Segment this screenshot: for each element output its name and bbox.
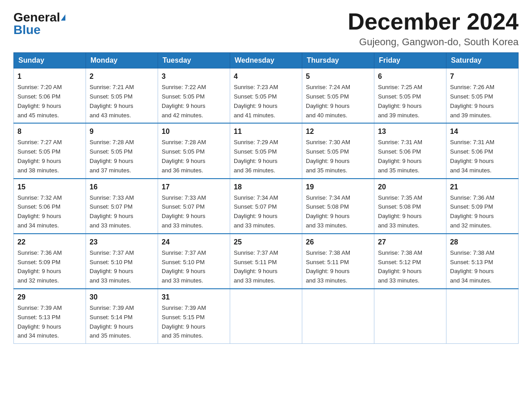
- day-info: Sunrise: 7:35 AMSunset: 5:08 PMDaylight:…: [378, 193, 442, 231]
- calendar-cell: 16Sunrise: 7:33 AMSunset: 5:07 PMDayligh…: [86, 179, 158, 234]
- day-number: 9: [90, 126, 154, 137]
- calendar-cell: 20Sunrise: 7:35 AMSunset: 5:08 PMDayligh…: [374, 179, 446, 234]
- day-number: 22: [17, 237, 82, 248]
- day-number: 16: [90, 182, 154, 193]
- calendar-cell: 13Sunrise: 7:31 AMSunset: 5:06 PMDayligh…: [374, 123, 446, 178]
- day-number: 28: [450, 237, 515, 248]
- day-number: 4: [234, 71, 298, 82]
- calendar-cell: 27Sunrise: 7:38 AMSunset: 5:12 PMDayligh…: [374, 234, 446, 289]
- calendar-cell: 10Sunrise: 7:28 AMSunset: 5:05 PMDayligh…: [158, 123, 230, 178]
- day-number: 1: [17, 71, 82, 82]
- day-info: Sunrise: 7:36 AMSunset: 5:09 PMDaylight:…: [17, 248, 82, 286]
- day-number: 5: [306, 71, 370, 82]
- day-info: Sunrise: 7:30 AMSunset: 5:05 PMDaylight:…: [306, 138, 370, 175]
- calendar-cell: 17Sunrise: 7:33 AMSunset: 5:07 PMDayligh…: [158, 179, 230, 234]
- calendar-cell: 22Sunrise: 7:36 AMSunset: 5:09 PMDayligh…: [14, 234, 86, 289]
- day-info: Sunrise: 7:29 AMSunset: 5:05 PMDaylight:…: [234, 138, 298, 175]
- calendar-cell: 15Sunrise: 7:32 AMSunset: 5:06 PMDayligh…: [14, 179, 86, 234]
- day-info: Sunrise: 7:28 AMSunset: 5:05 PMDaylight:…: [162, 138, 226, 175]
- calendar-cell: 26Sunrise: 7:38 AMSunset: 5:11 PMDayligh…: [302, 234, 374, 289]
- day-number: 12: [306, 126, 370, 137]
- day-info: Sunrise: 7:37 AMSunset: 5:11 PMDaylight:…: [234, 248, 298, 286]
- day-number: 3: [162, 71, 226, 82]
- calendar-cell: 12Sunrise: 7:30 AMSunset: 5:05 PMDayligh…: [302, 123, 374, 178]
- calendar-cell: 21Sunrise: 7:36 AMSunset: 5:09 PMDayligh…: [446, 179, 519, 234]
- day-info: Sunrise: 7:38 AMSunset: 5:12 PMDaylight:…: [378, 248, 442, 286]
- day-info: Sunrise: 7:33 AMSunset: 5:07 PMDaylight:…: [162, 193, 226, 231]
- calendar-cell: 29Sunrise: 7:39 AMSunset: 5:13 PMDayligh…: [14, 289, 86, 344]
- calendar-cell: [230, 289, 302, 344]
- day-info: Sunrise: 7:36 AMSunset: 5:09 PMDaylight:…: [450, 193, 515, 231]
- header-sunday: Sunday: [14, 53, 86, 68]
- day-info: Sunrise: 7:25 AMSunset: 5:05 PMDaylight:…: [378, 83, 442, 120]
- day-info: Sunrise: 7:22 AMSunset: 5:05 PMDaylight:…: [162, 83, 226, 120]
- day-info: Sunrise: 7:34 AMSunset: 5:08 PMDaylight:…: [306, 193, 370, 231]
- location: Gujeong, Gangwon-do, South Korea: [348, 36, 519, 48]
- day-number: 24: [162, 237, 226, 248]
- calendar-week-row: 22Sunrise: 7:36 AMSunset: 5:09 PMDayligh…: [14, 234, 519, 289]
- day-info: Sunrise: 7:37 AMSunset: 5:10 PMDaylight:…: [162, 248, 226, 286]
- header-wednesday: Wednesday: [230, 53, 302, 68]
- month-title: December 2024: [348, 9, 519, 34]
- calendar-cell: 24Sunrise: 7:37 AMSunset: 5:10 PMDayligh…: [158, 234, 230, 289]
- day-info: Sunrise: 7:21 AMSunset: 5:05 PMDaylight:…: [90, 83, 154, 120]
- day-number: 23: [90, 237, 154, 248]
- day-info: Sunrise: 7:32 AMSunset: 5:06 PMDaylight:…: [17, 193, 82, 231]
- day-number: 30: [90, 292, 154, 303]
- calendar-week-row: 1Sunrise: 7:20 AMSunset: 5:06 PMDaylight…: [14, 68, 519, 124]
- calendar-cell: 31Sunrise: 7:39 AMSunset: 5:15 PMDayligh…: [158, 289, 230, 344]
- calendar-cell: 23Sunrise: 7:37 AMSunset: 5:10 PMDayligh…: [86, 234, 158, 289]
- calendar-cell: [302, 289, 374, 344]
- calendar-week-row: 8Sunrise: 7:27 AMSunset: 5:05 PMDaylight…: [14, 123, 519, 178]
- calendar-cell: 19Sunrise: 7:34 AMSunset: 5:08 PMDayligh…: [302, 179, 374, 234]
- day-info: Sunrise: 7:39 AMSunset: 5:15 PMDaylight:…: [162, 304, 226, 341]
- day-number: 14: [450, 126, 515, 137]
- day-number: 27: [378, 237, 442, 248]
- calendar-cell: 8Sunrise: 7:27 AMSunset: 5:05 PMDaylight…: [14, 123, 86, 178]
- day-info: Sunrise: 7:20 AMSunset: 5:06 PMDaylight:…: [17, 83, 82, 120]
- day-info: Sunrise: 7:33 AMSunset: 5:07 PMDaylight:…: [90, 193, 154, 231]
- calendar-cell: 3Sunrise: 7:22 AMSunset: 5:05 PMDaylight…: [158, 68, 230, 124]
- calendar-week-row: 29Sunrise: 7:39 AMSunset: 5:13 PMDayligh…: [14, 289, 519, 344]
- day-info: Sunrise: 7:38 AMSunset: 5:13 PMDaylight:…: [450, 248, 515, 286]
- header-thursday: Thursday: [302, 53, 374, 68]
- calendar-cell: 14Sunrise: 7:31 AMSunset: 5:06 PMDayligh…: [446, 123, 519, 178]
- calendar-cell: 6Sunrise: 7:25 AMSunset: 5:05 PMDaylight…: [374, 68, 446, 124]
- day-number: 10: [162, 126, 226, 137]
- day-number: 26: [306, 237, 370, 248]
- day-number: 20: [378, 182, 442, 193]
- page-header: General Blue December 2024 Gujeong, Gang…: [13, 9, 519, 48]
- day-number: 2: [90, 71, 154, 82]
- title-area: December 2024 Gujeong, Gangwon-do, South…: [348, 9, 519, 48]
- day-info: Sunrise: 7:31 AMSunset: 5:06 PMDaylight:…: [378, 138, 442, 175]
- header-tuesday: Tuesday: [158, 53, 230, 68]
- logo-triangle-icon: [61, 14, 65, 21]
- calendar-cell: [374, 289, 446, 344]
- calendar-cell: 9Sunrise: 7:28 AMSunset: 5:05 PMDaylight…: [86, 123, 158, 178]
- day-number: 8: [17, 126, 82, 137]
- day-number: 11: [234, 126, 298, 137]
- logo-general: General: [13, 11, 60, 24]
- calendar-cell: 4Sunrise: 7:23 AMSunset: 5:05 PMDaylight…: [230, 68, 302, 124]
- day-number: 25: [234, 237, 298, 248]
- day-number: 6: [378, 71, 442, 82]
- calendar-cell: 18Sunrise: 7:34 AMSunset: 5:07 PMDayligh…: [230, 179, 302, 234]
- day-number: 18: [234, 182, 298, 193]
- day-info: Sunrise: 7:34 AMSunset: 5:07 PMDaylight:…: [234, 193, 298, 231]
- calendar-cell: 5Sunrise: 7:24 AMSunset: 5:05 PMDaylight…: [302, 68, 374, 124]
- header-monday: Monday: [86, 53, 158, 68]
- day-info: Sunrise: 7:26 AMSunset: 5:05 PMDaylight:…: [450, 83, 515, 120]
- day-number: 29: [17, 292, 82, 303]
- day-number: 17: [162, 182, 226, 193]
- calendar-header-row: Sunday Monday Tuesday Wednesday Thursday…: [14, 53, 519, 68]
- day-number: 21: [450, 182, 515, 193]
- calendar-cell: 1Sunrise: 7:20 AMSunset: 5:06 PMDaylight…: [14, 68, 86, 124]
- day-info: Sunrise: 7:38 AMSunset: 5:11 PMDaylight:…: [306, 248, 370, 286]
- day-number: 13: [378, 126, 442, 137]
- header-saturday: Saturday: [446, 53, 519, 68]
- day-info: Sunrise: 7:39 AMSunset: 5:13 PMDaylight:…: [17, 304, 82, 341]
- calendar-week-row: 15Sunrise: 7:32 AMSunset: 5:06 PMDayligh…: [14, 179, 519, 234]
- day-info: Sunrise: 7:37 AMSunset: 5:10 PMDaylight:…: [90, 248, 154, 286]
- day-info: Sunrise: 7:31 AMSunset: 5:06 PMDaylight:…: [450, 138, 515, 175]
- calendar-cell: 2Sunrise: 7:21 AMSunset: 5:05 PMDaylight…: [86, 68, 158, 124]
